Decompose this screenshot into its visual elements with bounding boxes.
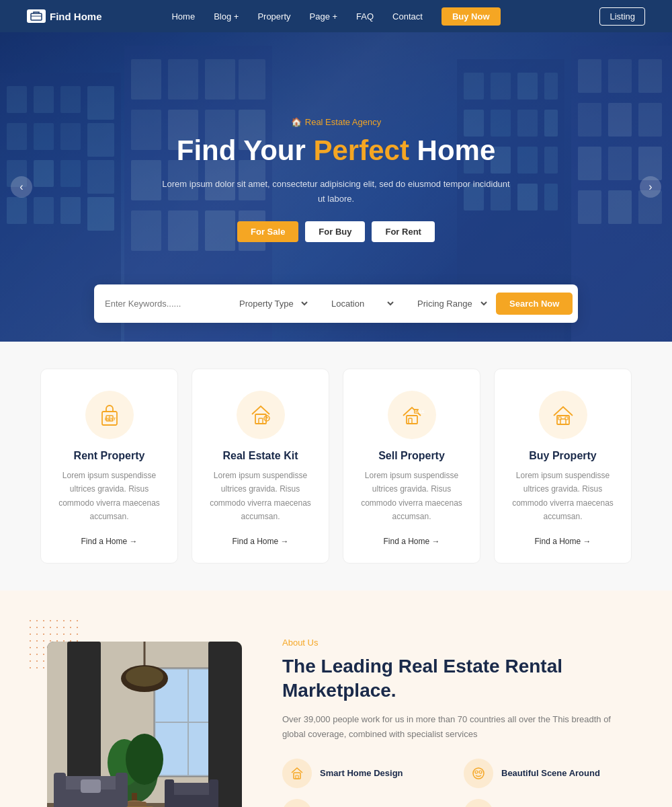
real-estate-icon [248,402,274,428]
tab-for-sale[interactable]: For Sale [237,221,298,242]
navbar: Find Home Home Blog + Property Page + FA… [0,0,672,32]
home-icon: 🏠 [291,117,302,127]
nav-blog[interactable]: Blog + [214,11,239,22]
card-real-estate-title: Real Estate Kit [206,450,315,462]
nav-links: Home Blog + Property Page + FAQ Contact … [171,7,500,26]
rent-property-icon-wrap: RENT [85,391,134,439]
about-interior-image [47,642,242,807]
svg-rect-72 [259,418,263,424]
search-bar-wrapper: Property Type House Apartment Villa Loca… [94,284,578,323]
card-real-estate: Real Estate Kit Lorem ipsum suspendisse … [192,369,329,564]
svg-rect-101 [81,779,101,793]
sell-property-icon-wrap: SALE [388,391,436,439]
nav-property[interactable]: Property [257,11,290,22]
card-rent-desc: Lorem ipsum suspendisse ultrices gravida… [54,469,164,524]
logo-text: Find Home [50,11,102,22]
rent-property-icon: RENT [97,402,122,428]
search-bar: Property Type House Apartment Villa Loca… [94,284,578,323]
svg-rect-100 [116,773,128,807]
buy-property-icon-wrap [539,391,587,439]
nav-home[interactable]: Home [171,11,195,22]
feature-beautiful-scene: Beautiful Scene Around [464,759,632,788]
buy-now-button[interactable]: Buy Now [442,7,501,26]
card-real-estate-desc: Lorem ipsum suspendisse ultrices gravida… [206,469,315,524]
svg-point-116 [475,771,478,773]
card-rent-title: Rent Property [54,450,164,462]
svg-rect-0 [31,13,42,20]
smart-home-label: Smart Home Design [320,768,403,778]
hero-description: Lorem ipsum dolor sit amet, consectetur … [161,177,511,206]
card-buy-property: Buy Property Lorem ipsum suspendisse ult… [494,369,632,564]
svg-point-115 [473,768,484,779]
cards-grid: RENT Rent Property Lorem ipsum suspendis… [40,369,632,564]
card-sell-desc: Lorem ipsum suspendisse ultrices gravida… [357,469,466,524]
smart-home-icon [290,766,304,781]
card-sell-title: Sell Property [357,450,466,462]
slider-next-button[interactable]: › [640,176,661,198]
buy-property-icon [550,402,576,428]
hero-tabs: For Sale For Buy For Rent [161,221,511,242]
pricing-range-select[interactable]: Pricing Range $100k - $200k $200k - $500… [409,298,489,309]
card-buy-title: Buy Property [508,450,618,462]
smart-home-icon-wrap [282,759,312,788]
property-type-select[interactable]: Property Type House Apartment Villa [231,298,310,309]
svg-rect-80 [565,417,568,420]
svg-point-93 [126,734,163,785]
slider-prev-button[interactable]: ‹ [11,176,32,198]
card-rent-link[interactable]: Find a Home → [81,537,137,546]
nav-faq[interactable]: FAQ [356,11,374,22]
beautiful-scene-icon [471,766,486,781]
search-button[interactable]: Search Now [496,293,573,315]
nav-contact[interactable]: Contact [392,11,423,22]
exceptional-lifestyle-icon-wrap [282,799,312,807]
hero-content: 🏠 Real Estate Agency Find Your Perfect H… [161,117,511,258]
feature-smart-home: Smart Home Design [282,759,450,788]
about-image-wrapper [40,631,242,807]
feature-security: Complete 24/7 Security [464,799,632,807]
real-estate-icon-wrap [237,391,285,439]
search-input[interactable] [105,299,218,309]
tab-for-rent[interactable]: For Rent [372,221,434,242]
logo-icon [27,9,46,23]
beautiful-scene-label: Beautiful Scene Around [501,768,600,778]
svg-text:RENT: RENT [105,417,116,421]
beautiful-scene-icon-wrap [464,759,493,788]
hero-title: Find Your Perfect Home [161,134,511,167]
svg-point-117 [479,771,482,773]
hero-section: ‹ 🏠 Real Estate Agency Find Your Perfect… [0,32,672,342]
cards-section: RENT Rent Property Lorem ipsum suspendis… [0,342,672,590]
about-description: Over 39,000 people work for us in more t… [282,712,632,742]
hero-label: 🏠 Real Estate Agency [161,117,511,127]
tab-for-buy[interactable]: For Buy [305,221,365,242]
listing-button[interactable]: Listing [599,7,645,26]
svg-rect-105 [209,779,218,807]
about-content: About Us The Leading Real Estate Rental … [282,631,632,807]
location-select[interactable]: Location New York Los Angeles Chicago [323,298,396,309]
svg-rect-99 [54,773,66,807]
sell-property-icon: SALE [399,402,425,428]
about-section: About Us The Leading Real Estate Rental … [0,590,672,807]
card-real-estate-link[interactable]: Find a Home → [232,537,288,546]
card-rent-property: RENT Rent Property Lorem ipsum suspendis… [40,369,178,564]
about-features: Smart Home Design Beautiful Scene Around [282,759,632,807]
nav-page[interactable]: Page + [310,11,338,22]
svg-text:SALE: SALE [415,410,425,414]
about-tag: About Us [282,638,632,648]
card-sell-link[interactable]: Find a Home → [383,537,439,546]
feature-exceptional-lifestyle: Exceptional Lifestyle [282,799,450,807]
card-buy-link[interactable]: Find a Home → [534,537,591,546]
svg-rect-104 [165,779,174,807]
security-icon-wrap [464,799,493,807]
svg-point-108 [126,666,163,687]
svg-rect-81 [558,417,561,420]
card-buy-desc: Lorem ipsum suspendisse ultrices gravida… [508,469,618,524]
svg-rect-75 [409,418,412,424]
about-title: The Leading Real Estate Rental Marketpla… [282,654,632,703]
card-sell-property: SALE Sell Property Lorem ipsum suspendis… [343,369,480,564]
logo[interactable]: Find Home [27,9,102,23]
